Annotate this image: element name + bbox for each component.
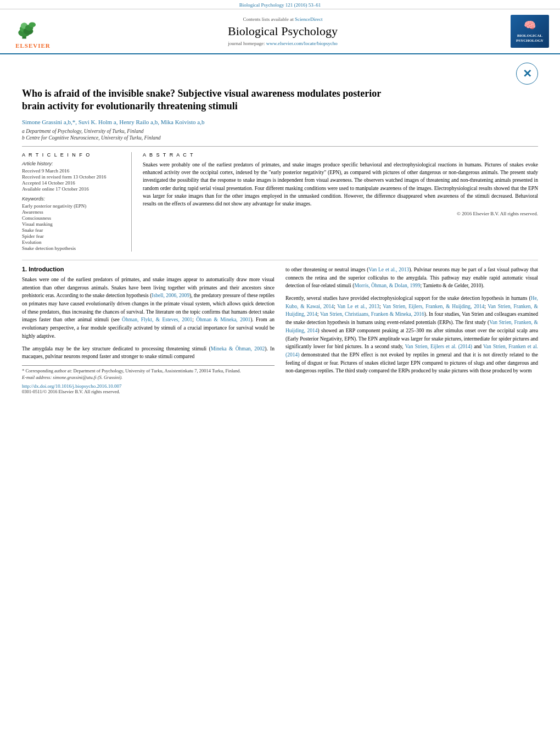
footnote-email-line: E-mail address: simone.grassini@utu.fi (… [22,375,275,380]
article-info-col: A R T I C L E I N F O Article history: R… [22,152,132,252]
elsevier-tree-icon [18,14,48,41]
paper-title: Who is afraid of the invisible snake? Su… [22,87,406,113]
footnote-star: * Corresponding author at: Department of… [22,368,275,373]
abstract-text: Snakes were probably one of the earliest… [143,161,538,208]
article-history: Article history: Received 9 March 2016 R… [22,161,123,192]
ref-isbell[interactable]: Isbell, 2006, 2009 [152,293,189,298]
journal-logo-label: BIOLOGICAL PSYCHOLOGY [516,34,544,43]
keyword-5: Snake fear [22,227,123,233]
received-date: Received 9 March 2016 [22,168,123,174]
affiliation-a: a Department of Psychology, University o… [22,129,538,134]
ref-ohman2[interactable]: Öhman & Mineka, 2001 [196,317,250,322]
issn-line: 0301-0511/© 2016 Elsevier B.V. All right… [22,389,275,394]
abstract-col: A B S T R A C T Snakes were probably one… [143,152,538,252]
homepage-line: journal homepage: www.elsevier.com/locat… [55,41,511,46]
keyword-2: Awareness [22,209,123,215]
paper-container: ✕ Who is afraid of the invisible snake? … [0,54,560,403]
section-1-title: 1. Introduction [22,266,275,272]
body-text-right: to other threatening or neutral images (… [285,266,538,375]
body-columns: 1. Introduction Snakes were one of the e… [22,266,538,394]
crossmark-badge: ✕ [516,63,538,85]
body-col-right: to other threatening or neutral images (… [285,266,538,394]
homepage-link[interactable]: www.elsevier.com/locate/biopsycho [266,41,338,46]
intro-para-1: Snakes were one of the earliest predator… [22,276,275,341]
ref-vanstrien1[interactable]: Van Strien, Eijlers, Franken, & Huijding… [383,304,484,309]
copyright: © 2016 Elsevier B.V. All rights reserved… [143,211,538,216]
info-abstract-cols: A R T I C L E I N F O Article history: R… [22,152,538,252]
sciencedirect-line: Contents lists available at ScienceDirec… [55,16,511,22]
keyword-8: Snake detection hypothesis [22,246,123,251]
email-link[interactable]: simone.grassini@utu.fi [53,375,96,380]
journal-title-area: Contents lists available at ScienceDirec… [55,16,511,46]
right-para-1: to other threatening or neutral images (… [285,266,538,290]
keyword-7: Evolution [22,239,123,245]
ref-vanle[interactable]: Van Le et al., 2013 [368,267,409,272]
journal-title: Biological Psychology [55,24,511,38]
accepted-date: Accepted 14 October 2016 [22,180,123,186]
right-para-2: Recently, several studies have provided … [285,294,538,375]
ref-vanstrien5[interactable]: Van Strien, Eijlers et al. (2014) [405,344,472,349]
crossmark-row: ✕ [22,63,538,85]
volume-text: Biological Psychology 121 (2016) 53–61 [239,2,321,8]
svg-point-6 [29,22,36,27]
journal-logo-box: 🧠 BIOLOGICAL PSYCHOLOGY [511,15,549,48]
authors: Simone Grassini a,b,*, Suvi K. Holm a, H… [22,119,538,125]
elsevier-wordmark: ELSEVIER [15,42,51,49]
journal-volume-info: Biological Psychology 121 (2016) 53–61 [0,0,560,9]
body-text-left: Snakes were one of the earliest predator… [22,276,275,361]
sciencedirect-link[interactable]: ScienceDirect [295,16,322,22]
intro-para-2: The amygdala may be the key structure de… [22,345,275,361]
brain-icon: 🧠 [524,19,536,32]
history-label: Article history: [22,161,123,166]
section-divider [22,146,538,147]
keyword-6: Spider fear [22,233,123,239]
ref-morris[interactable]: Morris, Öhman, & Dolan, 1999 [354,283,420,288]
affiliation-b: b Centre for Cognitive Neuroscience, Uni… [22,135,538,141]
main-body: 1. Introduction Snakes were one of the e… [22,260,538,394]
keywords-label: Keywords: [22,196,123,202]
revised-date: Received in revised form 13 October 2016 [22,174,123,180]
journal-header: ELSEVIER Contents lists available at Sci… [0,9,560,54]
body-col-left: 1. Introduction Snakes were one of the e… [22,266,275,394]
ref-vanstrien4[interactable]: Van Strien, Franken, & Huijding, 2014 [285,320,538,333]
elsevier-logo: ELSEVIER [11,14,55,49]
keywords-section: Keywords: Early posterior negativity (EP… [22,196,123,251]
footnote-area: * Corresponding author at: Department of… [22,365,275,380]
email-label: E-mail address: [22,375,52,380]
ref-vanstrien3[interactable]: Van Strien, Christiaans, Franken & Minek… [320,311,424,317]
email-suffix: (S. Grassini). [98,375,123,380]
keyword-3: Consciousness [22,215,123,221]
affiliations: a Department of Psychology, University o… [22,129,538,141]
ref-ohman[interactable]: Öhman, Flykt, & Esteves, 2001 [122,317,192,322]
abstract-header: A B S T R A C T [143,152,538,158]
keyword-4: Visual masking [22,221,123,227]
ref-vanle2[interactable]: Van Le et al., 2013 [337,304,379,309]
keyword-1: Early posterior negativity (EPN) [22,203,123,209]
doi-line[interactable]: http://dx.doi.org/10.1016/j.biopsycho.20… [22,383,275,389]
article-info-header: A R T I C L E I N F O [22,152,123,158]
available-date: Available online 17 October 2016 [22,186,123,192]
ref-mineka[interactable]: Mineka & Öhman, 2002 [211,346,265,352]
